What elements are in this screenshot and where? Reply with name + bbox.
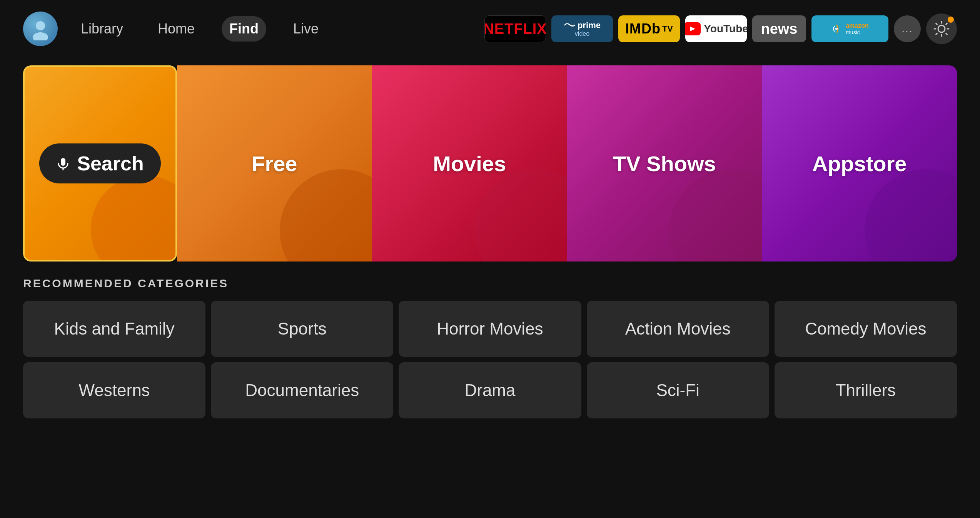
search-label: Search bbox=[77, 152, 144, 175]
category-sci-fi[interactable]: Sci-Fi bbox=[587, 362, 769, 418]
appstore-label: Appstore bbox=[812, 151, 907, 176]
tile-appstore[interactable]: Appstore bbox=[762, 65, 957, 261]
top-nav: Library Home Find Live NETFLIX prime vid… bbox=[0, 0, 980, 58]
app-imdb[interactable]: IMDb TV bbox=[618, 15, 680, 42]
notification-dot bbox=[948, 17, 954, 23]
category-comedy-movies[interactable]: Comedy Movies bbox=[775, 301, 957, 357]
svg-marker-2 bbox=[574, 24, 575, 27]
more-button[interactable]: ... bbox=[894, 15, 921, 42]
app-youtube[interactable]: YouTube bbox=[685, 15, 747, 42]
app-netflix[interactable]: NETFLIX bbox=[484, 15, 546, 42]
category-horror-movies[interactable]: Horror Movies bbox=[399, 301, 581, 357]
tile-free[interactable]: Free bbox=[177, 65, 372, 261]
avatar[interactable] bbox=[23, 12, 58, 46]
category-thrillers[interactable]: Thrillers bbox=[775, 362, 957, 418]
svg-marker-3 bbox=[690, 27, 695, 31]
movies-label: Movies bbox=[433, 151, 506, 176]
nav-live[interactable]: Live bbox=[285, 16, 326, 42]
nav-home[interactable]: Home bbox=[150, 16, 202, 42]
nav-library[interactable]: Library bbox=[73, 16, 131, 42]
app-news[interactable]: news bbox=[752, 15, 806, 42]
app-prime-video[interactable]: prime video bbox=[551, 15, 613, 42]
tiles-container: Search Free Movies TV Shows Appstore bbox=[23, 65, 957, 261]
svg-rect-5 bbox=[61, 158, 65, 166]
tvshows-label: TV Shows bbox=[613, 151, 716, 176]
svg-point-4 bbox=[835, 28, 838, 30]
nav-find[interactable]: Find bbox=[222, 16, 266, 42]
mic-icon bbox=[56, 157, 70, 170]
category-documentaries[interactable]: Documentaries bbox=[211, 362, 393, 418]
nav-links: Library Home Find Live bbox=[73, 16, 326, 42]
tile-search[interactable]: Search bbox=[23, 65, 177, 261]
tile-tvshows[interactable]: TV Shows bbox=[567, 65, 762, 261]
settings-button[interactable] bbox=[926, 13, 957, 44]
category-westerns[interactable]: Westerns bbox=[23, 362, 205, 418]
category-kids-family[interactable]: Kids and Family bbox=[23, 301, 205, 357]
streaming-apps: NETFLIX prime video IMDb TV YouTube bbox=[484, 13, 957, 44]
search-pill[interactable]: Search bbox=[39, 143, 160, 183]
tile-movies[interactable]: Movies bbox=[372, 65, 567, 261]
category-action-movies[interactable]: Action Movies bbox=[587, 301, 769, 357]
free-label: Free bbox=[252, 151, 297, 176]
category-sports[interactable]: Sports bbox=[211, 301, 393, 357]
app-amazon-music[interactable]: amazon music bbox=[811, 15, 888, 42]
svg-point-0 bbox=[36, 21, 45, 30]
category-drama[interactable]: Drama bbox=[399, 362, 581, 418]
categories-grid: Kids and Family Sports Horror Movies Act… bbox=[23, 301, 957, 418]
categories-title: RECOMMENDED CATEGORIES bbox=[23, 277, 957, 290]
svg-point-1 bbox=[33, 32, 48, 40]
categories-section: RECOMMENDED CATEGORIES Kids and Family S… bbox=[23, 277, 957, 418]
